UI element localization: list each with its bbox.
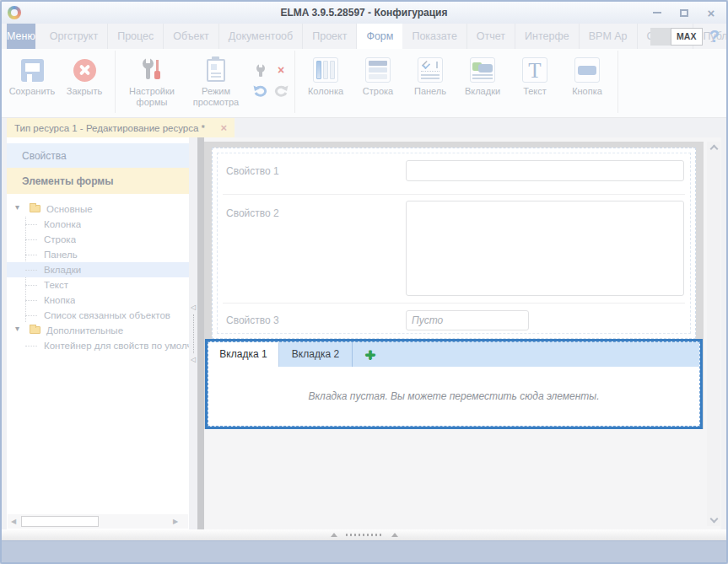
document-tab-bar: Тип ресурса 1 - Редактирование ресурса *… xyxy=(2,118,726,137)
form-panel[interactable]: Свойство 1 Свойство 2 Свойство 3 xyxy=(212,148,696,339)
close-window-button[interactable]: × xyxy=(704,6,718,19)
sidebar-section-properties[interactable]: Свойства xyxy=(7,143,189,168)
document-tab-label: Тип ресурса 1 - Редактирование ресурса * xyxy=(14,123,215,133)
design-surface: Свойство 1 Свойство 2 Свойство 3 xyxy=(204,142,704,429)
status-bar xyxy=(2,540,726,562)
folder-icon xyxy=(30,205,40,212)
splitter-arrow-icon xyxy=(391,533,398,537)
tree-item-column[interactable]: Колонка xyxy=(7,217,189,232)
ribbon-tab-bar: Меню Оргструкт Процес Объект Документооб… xyxy=(2,24,726,49)
tree-item-default-properties-container[interactable]: Контейнер для свойств по умолчан xyxy=(7,338,189,353)
tree-item-related-objects-list[interactable]: Список связанных объектов xyxy=(7,308,189,323)
elma-logo-icon xyxy=(8,6,21,19)
max-toggle-slider xyxy=(650,28,671,46)
document-tab[interactable]: Тип ресурса 1 - Редактирование ресурса *… xyxy=(7,118,235,137)
widget-tab-2[interactable]: Вкладка 2 xyxy=(279,342,353,367)
scroll-left-icon[interactable]: ◀ xyxy=(8,518,19,525)
sidebar-section-form-elements[interactable]: Элементы формы xyxy=(7,168,189,194)
insert-row-button[interactable]: Строка xyxy=(352,51,404,97)
tab-reports[interactable]: Отчет xyxy=(467,24,515,49)
scroll-up-icon[interactable] xyxy=(709,145,718,153)
help-icon[interactable]: ? xyxy=(709,27,720,46)
collapse-left-icon[interactable]: ◁ xyxy=(191,357,196,363)
sidebar-splitter[interactable]: ◁ ◁ xyxy=(189,137,197,529)
form-row-property3[interactable]: Свойство 3 xyxy=(213,303,695,339)
tabs-widget-selected[interactable]: Вкладка 1 Вкладка 2 + Вкладка пустая. Вы… xyxy=(205,339,703,429)
insert-panel-button[interactable]: Панель xyxy=(404,51,456,97)
form-row-property2[interactable]: Свойство 2 xyxy=(213,195,695,303)
insert-button-button[interactable]: Кнопка xyxy=(561,51,613,97)
small-delete-button[interactable]: × xyxy=(272,61,290,79)
tab-objects[interactable]: Объект xyxy=(164,24,219,49)
max-toggle-button[interactable]: MAX xyxy=(650,28,703,46)
preview-document-icon xyxy=(207,59,225,82)
sidebar: Свойства Элементы формы ▾ Основные Колон… xyxy=(7,137,189,529)
tree-folder-additional[interactable]: ▾ Дополнительные xyxy=(7,323,189,338)
scroll-down-icon[interactable] xyxy=(709,515,718,524)
tree-item-panel[interactable]: Панель xyxy=(7,247,189,262)
splitter-grip xyxy=(346,534,383,536)
property1-input[interactable] xyxy=(406,160,684,181)
minimize-button[interactable] xyxy=(650,6,664,19)
document-tab-close-icon[interactable]: × xyxy=(215,121,227,134)
bottom-splitter[interactable] xyxy=(2,529,726,540)
tree-item-row[interactable]: Строка xyxy=(7,232,189,247)
sidebar-horizontal-scrollbar[interactable]: ◀ ▶ xyxy=(8,514,188,529)
insert-tabs-button[interactable]: Вкладки xyxy=(456,51,509,97)
canvas-vertical-scrollbar[interactable] xyxy=(707,142,720,526)
tree-item-button[interactable]: Кнопка xyxy=(7,293,189,308)
scrollbar-thumb[interactable] xyxy=(21,516,99,527)
twisty-icon[interactable]: ▾ xyxy=(15,202,19,212)
tabs-icon xyxy=(470,57,495,83)
property3-input[interactable] xyxy=(406,310,529,330)
small-settings-button[interactable] xyxy=(251,61,270,79)
text-icon: T xyxy=(522,57,547,83)
folder-icon xyxy=(30,326,40,334)
form-row-property1[interactable]: Свойство 1 xyxy=(213,148,695,194)
column-icon xyxy=(313,57,338,83)
widget-tab-1[interactable]: Вкладка 1 xyxy=(208,342,279,367)
close-editor-button[interactable]: Закрыть xyxy=(58,51,111,97)
maximize-button[interactable] xyxy=(677,6,691,19)
menu-button[interactable]: Меню xyxy=(7,24,35,49)
field-label: Свойство 3 xyxy=(226,314,279,326)
tab-content-area[interactable]: Вкладка пустая. Вы можете переместить сю… xyxy=(208,367,699,426)
tab-interface[interactable]: Интерфе xyxy=(515,24,580,49)
tab-projects[interactable]: Проект xyxy=(303,24,357,49)
empty-tab-hint: Вкладка пустая. Вы можете переместить сю… xyxy=(308,390,599,402)
form-settings-button[interactable]: Настройки формы xyxy=(120,51,184,108)
property2-textarea[interactable] xyxy=(406,201,684,296)
view-mode-button[interactable]: Режим просмотра xyxy=(184,51,248,108)
redo-icon xyxy=(273,83,289,97)
tab-indicators[interactable]: Показате xyxy=(402,24,466,49)
splitter-arrow-icon xyxy=(331,533,337,537)
twisty-icon[interactable]: ▾ xyxy=(15,324,19,333)
form-elements-tree: ▾ Основные Колонка Строка Панель Вкладки xyxy=(7,201,189,353)
ribbon-toolbar: Сохранить Закрыть Настройки формы xyxy=(2,49,726,118)
save-button[interactable]: Сохранить xyxy=(6,51,58,97)
insert-text-button[interactable]: T Текст xyxy=(509,51,561,97)
add-tab-button[interactable]: + xyxy=(353,342,388,367)
button-icon xyxy=(574,57,600,83)
tab-docflow[interactable]: Документооб xyxy=(219,24,303,49)
undo-button[interactable] xyxy=(251,81,270,99)
undo-icon xyxy=(253,83,268,97)
title-bar: ELMA 3.9.5.28597 - Конфигурация × xyxy=(2,2,726,24)
tab-processes[interactable]: Процес xyxy=(108,24,164,49)
tab-bpm-apps[interactable]: BPM Ар xyxy=(580,24,638,49)
close-circle-icon xyxy=(73,59,96,82)
splitter-grip[interactable] xyxy=(193,314,194,353)
tree-item-tabs[interactable]: Вкладки xyxy=(7,262,189,277)
redo-button[interactable] xyxy=(272,81,290,99)
scroll-right-icon[interactable]: ▶ xyxy=(170,518,181,525)
tab-forms[interactable]: Форм xyxy=(357,24,402,49)
insert-column-button[interactable]: Колонка xyxy=(299,51,352,97)
main-area: Свойства Элементы формы ▾ Основные Колон… xyxy=(2,137,726,529)
tree-folder-main[interactable]: ▾ Основные xyxy=(7,201,189,217)
tree-item-text[interactable]: Текст xyxy=(7,277,189,293)
row-icon xyxy=(365,57,391,83)
tabs-widget-strip: Вкладка 1 Вкладка 2 + xyxy=(208,342,699,367)
collapse-left-icon[interactable]: ◁ xyxy=(191,304,196,311)
tab-orgstructure[interactable]: Оргструкт xyxy=(40,24,108,49)
save-icon xyxy=(21,59,44,82)
